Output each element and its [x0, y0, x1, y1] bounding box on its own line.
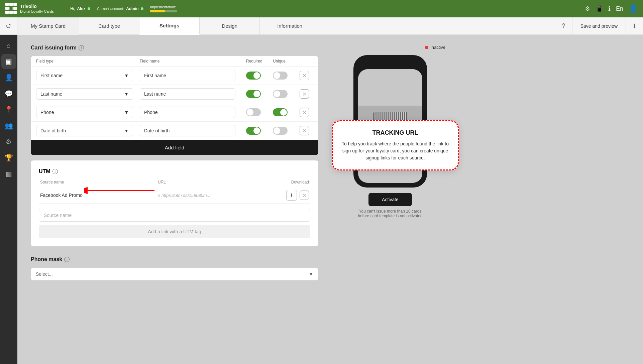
user-name: Alex: [77, 6, 86, 11]
tab-design[interactable]: Design: [200, 17, 260, 35]
toggle-knob: [253, 72, 260, 79]
utm-source-name: Facebook Ad Promo: [40, 193, 158, 198]
tracking-tooltip-body: To help you track where the people found…: [341, 140, 450, 161]
activate-button[interactable]: Activate: [368, 193, 412, 206]
phone-mask-title: Phone mask i: [31, 256, 318, 262]
field-name-input-3[interactable]: [140, 107, 235, 118]
unique-toggle-1[interactable]: [273, 72, 288, 80]
inactive-dot: [425, 46, 428, 49]
form-table-header: Field type Field name Required Unique: [31, 56, 318, 67]
add-utm-button[interactable]: Add a link with a UTM tag: [39, 225, 310, 238]
logo-cell: [5, 3, 9, 6]
impl-label: Implementation:: [150, 5, 176, 9]
mobile-icon[interactable]: 📱: [596, 5, 603, 12]
info-icon[interactable]: ℹ: [608, 5, 611, 12]
toggle-knob: [274, 91, 280, 97]
tab-my-stamp-card[interactable]: My Stamp Card: [17, 17, 79, 35]
sidebar-item-trophy[interactable]: 🏆: [1, 150, 16, 165]
field-type-select-4[interactable]: Date of birth ▼: [36, 125, 133, 136]
avatar-icon[interactable]: 👤: [629, 4, 638, 13]
field-name-input-1[interactable]: [140, 70, 235, 81]
toggle-knob: [280, 109, 287, 116]
logo-cell: [9, 7, 13, 10]
sidebar: ⌂ ▣ 👤 💬 📍 👥 ⚙ 🏆 ▦: [0, 35, 17, 364]
logo-cell: [5, 7, 9, 10]
utm-download-button[interactable]: ⬇: [286, 190, 297, 201]
unique-toggle-2[interactable]: [273, 90, 288, 98]
greeting-label: Hi,: [70, 6, 75, 11]
phone-mask-info-icon[interactable]: i: [64, 257, 70, 262]
utm-info-icon[interactable]: i: [52, 169, 58, 174]
field-type-select-2[interactable]: Last name ▼: [36, 88, 133, 100]
settings-icon[interactable]: ⚙: [585, 5, 590, 12]
download-button[interactable]: ⬇: [626, 17, 643, 35]
delete-row-3[interactable]: ✕: [300, 108, 309, 117]
logo-grid: [5, 3, 17, 15]
chevron-down-icon: ▼: [124, 73, 129, 78]
utm-title: UTM: [39, 168, 50, 174]
save-preview-button[interactable]: Save and preview: [572, 17, 626, 35]
card-issuing-info-icon[interactable]: i: [79, 45, 84, 50]
progress-bar-fill: [150, 10, 165, 12]
field-type-select-1[interactable]: First name ▼: [36, 70, 133, 81]
phone-mask-select[interactable]: Select... ▼: [31, 268, 318, 280]
language-icon[interactable]: En: [616, 5, 623, 12]
help-button[interactable]: ?: [555, 17, 572, 35]
main-layout: ⌂ ▣ 👤 💬 📍 👥 ⚙ 🏆 ▦ Card issuing form i: [0, 35, 643, 364]
utm-col-download: Download: [276, 180, 309, 185]
utm-delete-button[interactable]: ✕: [300, 191, 309, 200]
required-toggle-4[interactable]: [246, 127, 261, 135]
card-issuing-title: Card issuing form i: [31, 45, 318, 51]
tracking-tooltip-title: TRACKING URL: [341, 129, 450, 136]
progress-bar-wrap: [150, 10, 177, 12]
content-area: Card issuing form i Field type Field nam…: [17, 35, 643, 364]
chevron-down-icon: ▼: [124, 128, 129, 133]
logo-cell: [13, 3, 17, 6]
tab-information[interactable]: Information: [260, 17, 320, 35]
required-toggle-2[interactable]: [246, 90, 261, 98]
field-name-input-4[interactable]: [140, 125, 235, 136]
col-field-type: Field type: [36, 59, 140, 64]
chevron-down-icon: ▼: [124, 110, 129, 115]
table-row: Phone ▼: [31, 103, 318, 122]
tracking-tooltip: TRACKING URL To help you track where the…: [332, 120, 459, 170]
sidebar-item-users[interactable]: 👤: [1, 70, 16, 85]
activate-hint: You can't issue more than 10 cards befor…: [357, 209, 424, 218]
delete-row-4[interactable]: ✕: [300, 126, 309, 135]
sidebar-item-chat[interactable]: 💬: [1, 86, 16, 101]
col-field-name: Field name: [140, 59, 246, 64]
delete-row-2[interactable]: ✕: [300, 89, 309, 99]
field-type-select-3[interactable]: Phone ▼: [36, 107, 133, 118]
logo-cell: [13, 7, 17, 10]
col-unique: Unique: [273, 59, 300, 64]
sidebar-item-person[interactable]: 👥: [1, 118, 16, 133]
sidebar-item-card[interactable]: ▣: [1, 54, 16, 69]
logo-text: Trivolio Digital Loyalty Cards: [20, 4, 54, 14]
user-status-dot: [88, 7, 90, 10]
required-toggle-1[interactable]: [246, 72, 261, 80]
utm-col-source: Source name: [40, 180, 158, 185]
inactive-badge: Inactive: [425, 45, 445, 50]
required-toggle-3[interactable]: [246, 108, 261, 116]
nav-bar: ↺ My Stamp Card Card type Settings Desig…: [0, 17, 643, 35]
content-wrapper: Card issuing form i Field type Field nam…: [31, 45, 633, 354]
toggle-knob: [274, 72, 280, 79]
tab-card-type[interactable]: Card type: [79, 17, 139, 35]
nav-back-icon[interactable]: ↺: [0, 17, 17, 35]
sidebar-item-location[interactable]: 📍: [1, 102, 16, 117]
account-label: Current account:: [97, 7, 124, 11]
sidebar-item-grid[interactable]: ▦: [1, 166, 16, 181]
top-bar-right: ⚙ 📱 ℹ En 👤: [585, 4, 638, 13]
unique-toggle-4[interactable]: [273, 127, 288, 135]
unique-toggle-3[interactable]: [273, 108, 288, 116]
add-field-button[interactable]: Add field: [31, 140, 318, 155]
toggle-knob: [253, 91, 260, 97]
utm-header: UTM i: [39, 168, 310, 174]
tab-settings[interactable]: Settings: [139, 17, 200, 35]
utm-source-input[interactable]: [39, 209, 310, 222]
sidebar-item-settings[interactable]: ⚙: [1, 134, 16, 149]
utm-url: # https://utm.s/u158080m...: [158, 193, 276, 198]
sidebar-item-home[interactable]: ⌂: [1, 38, 16, 53]
delete-row-1[interactable]: ✕: [300, 71, 309, 80]
field-name-input-2[interactable]: [140, 88, 235, 100]
